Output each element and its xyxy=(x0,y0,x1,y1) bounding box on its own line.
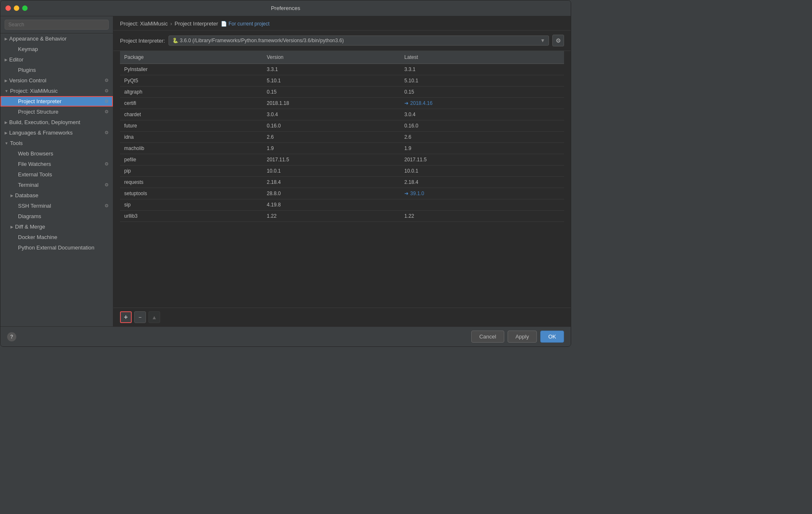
remove-package-button[interactable]: − xyxy=(134,311,146,323)
sidebar-item-label: Tools xyxy=(10,140,109,146)
sidebar-item-icon-right: ⚙ xyxy=(105,99,109,104)
sidebar-item-project-structure[interactable]: Project Structure⚙ xyxy=(0,107,113,117)
expand-icon: ▶ xyxy=(5,37,8,41)
sidebar-item-editor[interactable]: ▶Editor xyxy=(0,54,113,65)
package-latest: ➜39.1.0 xyxy=(400,188,564,199)
help-button[interactable]: ? xyxy=(7,332,16,341)
sidebar-item-icon-right: ⚙ xyxy=(105,161,109,167)
sidebar-item-external-tools[interactable]: External Tools xyxy=(0,169,113,180)
sidebar-item-icon-right: ⚙ xyxy=(105,182,109,188)
sidebar-item-plugins[interactable]: Plugins xyxy=(0,65,113,75)
for-project-text: For current project xyxy=(229,21,270,27)
expand-icon: ▶ xyxy=(10,225,13,229)
table-row[interactable]: chardet3.0.43.0.4 xyxy=(120,109,564,120)
package-latest: 2.6 xyxy=(400,132,564,143)
sidebar-item-database[interactable]: ▶Database xyxy=(0,190,113,201)
update-arrow-icon: ➜ xyxy=(404,100,409,106)
breadcrumb-for-project: 📄 For current project xyxy=(221,21,270,27)
apply-button[interactable]: Apply xyxy=(508,331,537,343)
table-row[interactable]: future0.16.00.16.0 xyxy=(120,120,564,132)
sidebar-item-label: Web Browsers xyxy=(18,150,109,157)
package-table: Package Version Latest PyInstaller3.3.13… xyxy=(113,51,571,308)
sidebar-item-icon-right: ⚙ xyxy=(105,109,109,115)
sidebar-item-ssh-terminal[interactable]: SSH Terminal⚙ xyxy=(0,201,113,211)
table-row[interactable]: pip10.0.110.0.1 xyxy=(120,165,564,177)
window-title: Preferences xyxy=(271,5,300,11)
dropdown-arrow-icon: ▼ xyxy=(540,38,545,43)
table-row[interactable]: PyInstaller3.3.13.3.1 xyxy=(120,64,564,75)
sidebar-item-label: External Tools xyxy=(18,171,109,178)
package-name: urllib3 xyxy=(120,211,263,222)
sidebar-item-appearance[interactable]: ▶Appearance & Behavior xyxy=(0,33,113,44)
package-version: 3.0.4 xyxy=(263,109,400,120)
up-icon: ▲ xyxy=(152,314,157,321)
breadcrumb-current: Project Interpreter xyxy=(174,20,218,27)
add-package-button[interactable]: + xyxy=(120,311,132,323)
package-version: 2.6 xyxy=(263,132,400,143)
table-row[interactable]: certifi2018.1.18➜2018.4.16 xyxy=(120,98,564,109)
package-version: 1.9 xyxy=(263,143,400,154)
sidebar-item-keymap[interactable]: Keymap xyxy=(0,44,113,54)
sidebar-item-label: Appearance & Behavior xyxy=(9,36,109,42)
minimize-button[interactable] xyxy=(14,5,19,11)
cancel-button[interactable]: Cancel xyxy=(471,331,504,343)
sidebar-item-file-watchers[interactable]: File Watchers⚙ xyxy=(0,159,113,169)
table-row[interactable]: idna2.62.6 xyxy=(120,132,564,143)
window-controls[interactable] xyxy=(5,5,28,11)
table-row[interactable]: urllib31.221.22 xyxy=(120,211,564,222)
sidebar-item-label: Project Structure xyxy=(18,109,105,115)
table-row[interactable]: altgraph0.150.15 xyxy=(120,87,564,98)
sidebar-item-web-browsers[interactable]: Web Browsers xyxy=(0,148,113,159)
sidebar-item-diff-merge[interactable]: ▶Diff & Merge xyxy=(0,221,113,232)
expand-icon: ▶ xyxy=(5,79,8,83)
package-version: 0.16.0 xyxy=(263,120,400,132)
sidebar: ▶Appearance & BehaviorKeymap▶EditorPlugi… xyxy=(0,16,113,326)
package-version: 0.15 xyxy=(263,87,400,98)
sidebar-item-label: Version Control xyxy=(9,77,105,84)
package-name: altgraph xyxy=(120,87,263,98)
table-row[interactable]: requests2.18.42.18.4 xyxy=(120,177,564,188)
main-content: ▶Appearance & BehaviorKeymap▶EditorPlugi… xyxy=(0,16,571,326)
interpreter-select[interactable]: 🐍 3.6.0 (/Library/Frameworks/Python.fram… xyxy=(169,36,549,46)
package-name: requests xyxy=(120,177,263,188)
minus-icon: − xyxy=(138,314,142,321)
interpreter-gear-button[interactable]: ⚙ xyxy=(552,35,564,46)
sidebar-item-version-control[interactable]: ▶Version Control⚙ xyxy=(0,75,113,86)
sidebar-item-project-xiamimusic[interactable]: ▼Project: XiaMiMusic⚙ xyxy=(0,86,113,96)
sidebar-item-docker-machine[interactable]: Docker Machine xyxy=(0,232,113,242)
table-row[interactable]: setuptools28.8.0➜39.1.0 xyxy=(120,188,564,199)
maximize-button[interactable] xyxy=(22,5,28,11)
expand-icon: ▶ xyxy=(5,120,8,125)
sidebar-item-build-exec[interactable]: ▶Build, Execution, Deployment xyxy=(0,117,113,127)
sidebar-item-label: File Watchers xyxy=(18,161,105,167)
sidebar-item-project-interpreter[interactable]: Project Interpreter⚙ xyxy=(0,96,113,107)
package-version: 4.19.8 xyxy=(263,199,400,211)
sidebar-item-languages[interactable]: ▶Languages & Frameworks⚙ xyxy=(0,127,113,138)
sidebar-item-icon-right: ⚙ xyxy=(105,78,109,83)
package-latest: 3.0.4 xyxy=(400,109,564,120)
ok-button[interactable]: OK xyxy=(540,331,564,343)
sidebar-item-terminal[interactable]: Terminal⚙ xyxy=(0,180,113,190)
package-latest: 3.3.1 xyxy=(400,64,564,75)
close-button[interactable] xyxy=(5,5,11,11)
plus-icon: + xyxy=(124,313,128,321)
sidebar-item-label: Plugins xyxy=(18,67,109,73)
expand-icon: ▶ xyxy=(5,131,8,135)
table-row[interactable]: pefile2017.11.52017.11.5 xyxy=(120,154,564,165)
expand-icon: ▶ xyxy=(10,193,13,198)
sidebar-item-diagrams[interactable]: Diagrams xyxy=(0,211,113,221)
table-row[interactable]: PyQt55.10.15.10.1 xyxy=(120,75,564,87)
sidebar-item-label: Project Interpreter xyxy=(18,98,105,104)
breadcrumb-separator: › xyxy=(170,20,172,27)
table-row[interactable]: sip4.19.8 xyxy=(120,199,564,211)
sidebar-item-label: Database xyxy=(15,192,109,198)
package-latest: 2017.11.5 xyxy=(400,154,564,165)
table-row[interactable]: macholib1.91.9 xyxy=(120,143,564,154)
sidebar-item-tools[interactable]: ▼Tools xyxy=(0,138,113,148)
sidebar-item-python-ext-docs[interactable]: Python External Documentation xyxy=(0,242,113,253)
col-latest: Latest xyxy=(400,51,564,64)
package-latest: 2.18.4 xyxy=(400,177,564,188)
package-name: chardet xyxy=(120,109,263,120)
search-input[interactable] xyxy=(5,20,109,30)
footer-buttons: Cancel Apply OK xyxy=(471,331,564,343)
